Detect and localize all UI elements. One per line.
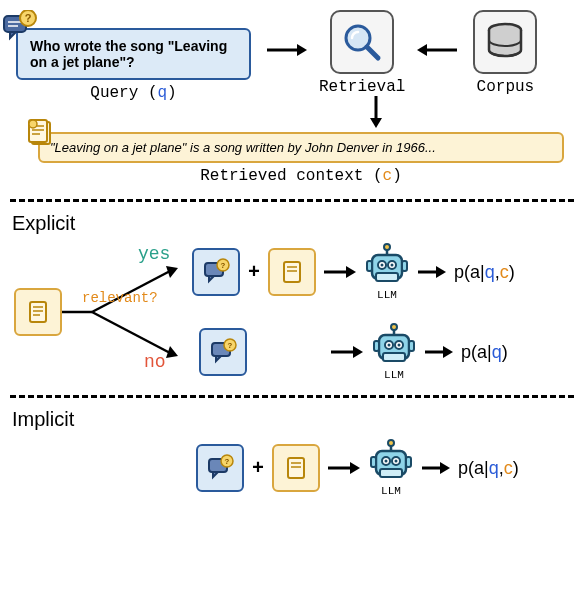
llm-label: LLM [381, 485, 401, 497]
prob-yes-post: ) [509, 262, 515, 282]
svg-text:?: ? [228, 341, 233, 350]
svg-rect-72 [371, 457, 376, 467]
svg-point-69 [395, 460, 398, 463]
prob-impl-c: c [504, 458, 513, 478]
corpus-icon-frame [473, 10, 537, 74]
svg-rect-55 [409, 341, 414, 351]
prob-implicit: p(a|q,c) [454, 458, 519, 479]
context-text: "Leaving on a jet plane" is a song writt… [50, 140, 436, 155]
llm-block: LLM [362, 243, 412, 301]
prob-yes-pre: p(a| [454, 262, 485, 282]
chat-question-icon: ? [208, 337, 238, 367]
prob-no-q: q [492, 342, 502, 362]
yes-label: yes [138, 244, 170, 264]
svg-point-16 [29, 120, 37, 128]
query-mini-icon: ? [199, 328, 247, 376]
corpus-block: Corpus [473, 10, 537, 96]
svg-point-36 [391, 264, 394, 267]
plus-icon: + [244, 457, 272, 480]
svg-text:?: ? [225, 457, 230, 466]
prob-no: p(a|q) [457, 342, 508, 363]
arrow-right-icon [419, 342, 457, 362]
document-icon [26, 118, 56, 148]
svg-point-50 [388, 344, 391, 347]
context-box: "Leaving on a jet plane" is a song writt… [38, 132, 564, 163]
svg-text:?: ? [221, 261, 226, 270]
retrieval-label: Retrieval [319, 78, 405, 96]
arrow-right-icon [255, 38, 315, 62]
context-label-post: ) [392, 167, 402, 185]
prob-yes: p(a|q,c) [450, 262, 515, 283]
prob-no-post: ) [502, 342, 508, 362]
magnifier-icon [340, 20, 384, 64]
explicit-title: Explicit [12, 212, 574, 235]
prob-yes-q: q [485, 262, 495, 282]
prob-impl-post: ) [513, 458, 519, 478]
prob-impl-pre: p(a| [458, 458, 489, 478]
svg-point-53 [391, 324, 397, 330]
retrieval-icon-frame [330, 10, 394, 74]
svg-rect-65 [380, 469, 402, 477]
arrow-down-icon [364, 96, 388, 130]
svg-rect-39 [367, 261, 372, 271]
document-icon [277, 257, 307, 287]
explicit-yes-row: ? + [192, 243, 515, 301]
svg-rect-47 [383, 353, 405, 361]
svg-line-7 [367, 47, 378, 58]
query-label-post: ) [167, 84, 177, 102]
query-mini-icon: ? [196, 444, 244, 492]
query-text: Who wrote the song "Leaving on a jet pla… [30, 38, 227, 70]
svg-point-68 [385, 460, 388, 463]
svg-point-38 [384, 244, 390, 250]
arrow-right-icon [323, 342, 369, 362]
svg-point-35 [381, 264, 384, 267]
document-icon [281, 453, 311, 483]
svg-rect-73 [406, 457, 411, 467]
arrow-right-icon [316, 262, 362, 282]
svg-point-51 [398, 344, 401, 347]
implicit-title: Implicit [12, 408, 574, 431]
svg-rect-40 [402, 261, 407, 271]
svg-rect-54 [374, 341, 379, 351]
arrow-right-icon [416, 458, 454, 478]
retrieval-block: Retrieval [319, 10, 405, 96]
llm-block: LLM [369, 323, 419, 381]
robot-icon [362, 243, 412, 287]
query-block: ? Who wrote the song "Leaving on a jet p… [16, 28, 251, 102]
svg-rect-32 [376, 273, 398, 281]
arrow-left-icon [409, 38, 469, 62]
prob-impl-q: q [489, 458, 499, 478]
query-box: ? Who wrote the song "Leaving on a jet p… [16, 28, 251, 80]
plus-icon: + [240, 261, 268, 284]
arrow-right-icon [412, 262, 450, 282]
svg-rect-27 [284, 262, 300, 282]
query-label: Query (q) [90, 84, 176, 102]
prob-yes-c: c [500, 262, 509, 282]
svg-text:?: ? [25, 12, 32, 24]
context-label: Retrieved context (c) [38, 167, 564, 185]
explicit-context-icon [14, 288, 62, 336]
chat-question-icon: ? [2, 10, 38, 46]
query-mini-icon: ? [192, 248, 240, 296]
context-mini-icon [272, 444, 320, 492]
implicit-row: ? + LLM p(a|q,c) [196, 439, 574, 497]
robot-icon [369, 323, 419, 367]
explicit-no-row: ? LLM [199, 323, 508, 381]
context-mini-icon [268, 248, 316, 296]
llm-label: LLM [384, 369, 404, 381]
divider-1 [10, 199, 574, 202]
svg-point-71 [388, 440, 394, 446]
corpus-label: Corpus [477, 78, 535, 96]
branch: relevant? yes no [62, 252, 192, 372]
relevant-label: relevant? [82, 290, 158, 306]
document-icon [23, 297, 53, 327]
chat-question-icon: ? [201, 257, 231, 287]
prob-no-pre: p(a| [461, 342, 492, 362]
llm-label: LLM [377, 289, 397, 301]
query-var: q [158, 84, 168, 102]
svg-line-23 [92, 312, 172, 354]
svg-rect-17 [30, 302, 46, 322]
query-label-pre: Query ( [90, 84, 157, 102]
database-icon [483, 20, 527, 64]
context-label-pre: Retrieved context ( [200, 167, 382, 185]
